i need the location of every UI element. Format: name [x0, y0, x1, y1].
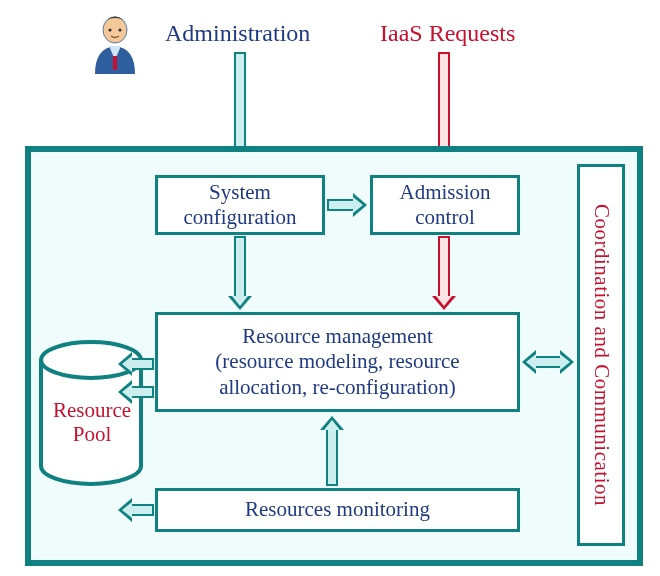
resource-management-box: Resource management (resource modeling, …	[155, 312, 520, 412]
resources-monitoring-box: Resources monitoring	[155, 488, 520, 532]
admission-control-box: Admission control	[370, 175, 520, 235]
arrow-sysconfig-to-resmgmt	[228, 236, 252, 310]
system-configuration-box: System configuration	[155, 175, 325, 235]
arrow-monitoring-to-resmgmt	[320, 416, 344, 486]
admin-label: Administration	[165, 20, 310, 47]
coordination-box: Coordination and Communication	[577, 164, 625, 546]
diagram-stage: Administration IaaS Requests System conf…	[0, 0, 660, 576]
user-icon	[85, 12, 145, 80]
svg-point-1	[108, 28, 111, 31]
iaas-label: IaaS Requests	[380, 20, 515, 47]
svg-point-0	[103, 17, 127, 43]
arrow-monitoring-to-pool	[118, 498, 154, 522]
coordination-label: Coordination and Communication	[589, 204, 614, 506]
svg-rect-3	[113, 56, 117, 70]
svg-point-2	[118, 28, 121, 31]
resource-pool-label-line2: Pool	[73, 422, 112, 446]
arrow-resmgmt-to-pool-2	[118, 380, 154, 404]
arrow-sysconfig-to-admission	[327, 193, 367, 217]
resource-pool-label: Resource Pool	[32, 398, 152, 446]
arrow-resmgmt-coordination	[522, 350, 574, 374]
arrow-admission-to-resmgmt	[432, 236, 456, 310]
arrow-resmgmt-to-pool-1	[118, 352, 154, 376]
